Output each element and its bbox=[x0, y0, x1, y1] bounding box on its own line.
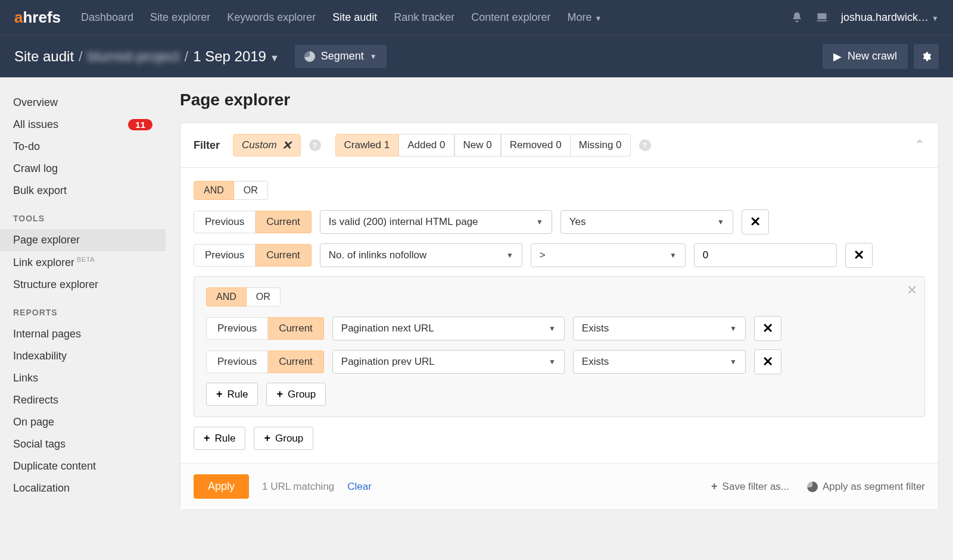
clear-link[interactable]: Clear bbox=[347, 481, 372, 493]
toggle-current[interactable]: Current bbox=[268, 351, 324, 373]
matching-count: 1 URL matching bbox=[262, 481, 334, 493]
sidebar-page-explorer[interactable]: Page explorer bbox=[0, 229, 166, 251]
sidebar-redirects[interactable]: Redirects bbox=[0, 389, 166, 411]
filter-panel: Filter Custom ✕ ? Crawled 1 Added 0 New … bbox=[180, 123, 939, 510]
nav-dashboard[interactable]: Dashboard bbox=[81, 11, 133, 24]
value-select[interactable]: Exists▼ bbox=[573, 317, 746, 340]
nav-site-explorer[interactable]: Site explorer bbox=[150, 11, 210, 24]
help-icon[interactable]: ? bbox=[639, 139, 651, 151]
page-title: Page explorer bbox=[180, 90, 939, 110]
bell-icon[interactable] bbox=[791, 11, 803, 23]
logic-and[interactable]: AND bbox=[194, 181, 234, 200]
remove-rule-button[interactable]: ✕ bbox=[742, 209, 769, 234]
logic-or[interactable]: OR bbox=[247, 287, 281, 306]
toggle-current[interactable]: Current bbox=[256, 244, 312, 267]
logic-toggle: AND OR bbox=[206, 287, 281, 306]
help-icon[interactable]: ? bbox=[309, 139, 321, 151]
plus-icon: + bbox=[276, 388, 283, 401]
field-select[interactable]: Pagination next URL▼ bbox=[332, 317, 565, 340]
nav-more[interactable]: More ▼ bbox=[567, 11, 602, 24]
value-input[interactable] bbox=[694, 243, 837, 267]
rule-row: Previous Current No. of inlinks nofollow… bbox=[194, 243, 925, 268]
prev-cur-toggle: Previous Current bbox=[194, 211, 312, 233]
panel-footer: Apply 1 URL matching Clear +Save filter … bbox=[180, 463, 938, 509]
toggle-previous[interactable]: Previous bbox=[194, 211, 256, 233]
add-group-button[interactable]: +Group bbox=[266, 383, 326, 406]
logic-toggle: AND OR bbox=[194, 181, 268, 200]
breadcrumb-date[interactable]: 1 Sep 2019▼ bbox=[193, 48, 279, 65]
sub-header: Site audit / blurred-project / 1 Sep 201… bbox=[0, 35, 953, 77]
sidebar-todo[interactable]: To-do bbox=[0, 136, 166, 158]
filter-body: AND OR Previous Current Is valid (200) i… bbox=[180, 168, 938, 463]
value-select[interactable]: Exists▼ bbox=[573, 350, 746, 374]
apply-segment-button[interactable]: Apply as segment filter bbox=[807, 481, 925, 493]
nav-links: Dashboard Site explorer Keywords explore… bbox=[81, 11, 602, 24]
sidebar-social-tags[interactable]: Social tags bbox=[0, 433, 166, 455]
segment-button[interactable]: Segment ▼ bbox=[295, 45, 387, 68]
settings-button[interactable] bbox=[914, 44, 939, 69]
nav-rank-tracker[interactable]: Rank tracker bbox=[394, 11, 454, 24]
tab-removed[interactable]: Removed 0 bbox=[501, 134, 571, 157]
close-icon[interactable]: ✕ bbox=[907, 283, 917, 298]
tab-crawled[interactable]: Crawled 1 bbox=[335, 134, 399, 157]
toggle-previous[interactable]: Previous bbox=[194, 244, 256, 267]
sidebar-links[interactable]: Links bbox=[0, 367, 166, 389]
nav-site-audit[interactable]: Site audit bbox=[332, 11, 377, 24]
close-icon[interactable]: ✕ bbox=[282, 139, 292, 151]
nav-keywords-explorer[interactable]: Keywords explorer bbox=[227, 11, 316, 24]
filter-header: Filter Custom ✕ ? Crawled 1 Added 0 New … bbox=[180, 123, 938, 168]
add-group-button[interactable]: +Group bbox=[254, 427, 313, 450]
remove-rule-button[interactable]: ✕ bbox=[754, 316, 781, 341]
tab-added[interactable]: Added 0 bbox=[398, 134, 454, 157]
sidebar-internal-pages[interactable]: Internal pages bbox=[0, 323, 166, 345]
sidebar-indexability[interactable]: Indexability bbox=[0, 345, 166, 367]
remove-rule-button[interactable]: ✕ bbox=[845, 243, 873, 268]
plus-icon: + bbox=[204, 432, 210, 445]
sidebar: Overview All issues 11 To-do Crawl log B… bbox=[0, 77, 166, 523]
sidebar-link-explorer[interactable]: Link explorerBETA bbox=[0, 251, 166, 274]
play-icon: ▶ bbox=[833, 50, 842, 63]
toggle-previous[interactable]: Previous bbox=[206, 317, 268, 340]
tab-missing[interactable]: Missing 0 bbox=[571, 134, 631, 157]
sidebar-localization[interactable]: Localization bbox=[0, 477, 166, 499]
breadcrumb-section[interactable]: Site audit bbox=[14, 48, 74, 65]
nav-content-explorer[interactable]: Content explorer bbox=[471, 11, 550, 24]
chevron-up-icon[interactable]: ⌃ bbox=[914, 137, 925, 153]
toggle-current[interactable]: Current bbox=[256, 211, 312, 233]
logo[interactable]: ahrefs bbox=[14, 8, 61, 27]
sidebar-duplicate-content[interactable]: Duplicate content bbox=[0, 455, 166, 477]
value-select[interactable]: Yes▼ bbox=[560, 210, 733, 234]
rule-group: ✕ AND OR Previous Current Pagination nex… bbox=[194, 276, 925, 417]
operator-select[interactable]: >▼ bbox=[531, 243, 686, 267]
add-rule-button[interactable]: +Rule bbox=[206, 383, 258, 406]
new-crawl-button[interactable]: ▶ New crawl bbox=[823, 44, 908, 69]
monitor-icon[interactable] bbox=[816, 11, 828, 23]
logic-and[interactable]: AND bbox=[206, 287, 247, 306]
tab-new[interactable]: New 0 bbox=[454, 134, 501, 157]
nav-right: joshua.hardwick… ▼ bbox=[791, 11, 939, 24]
logic-or[interactable]: OR bbox=[234, 181, 268, 200]
sidebar-on-page[interactable]: On page bbox=[0, 411, 166, 433]
rule-row: Previous Current Pagination prev URL▼ Ex… bbox=[206, 349, 912, 374]
save-filter-button[interactable]: +Save filter as... bbox=[711, 480, 789, 493]
sidebar-all-issues[interactable]: All issues 11 bbox=[0, 114, 166, 136]
sidebar-reports-head: REPORTS bbox=[0, 296, 166, 323]
remove-rule-button[interactable]: ✕ bbox=[754, 349, 781, 374]
apply-button[interactable]: Apply bbox=[194, 474, 249, 499]
sidebar-bulk-export[interactable]: Bulk export bbox=[0, 180, 166, 202]
field-select[interactable]: Pagination prev URL▼ bbox=[332, 350, 565, 374]
toggle-current[interactable]: Current bbox=[268, 317, 324, 340]
filter-custom-chip[interactable]: Custom ✕ bbox=[233, 134, 301, 157]
field-select[interactable]: No. of inlinks nofollow▼ bbox=[320, 243, 522, 267]
top-nav: ahrefs Dashboard Site explorer Keywords … bbox=[0, 0, 953, 35]
sidebar-overview[interactable]: Overview bbox=[0, 92, 166, 114]
sidebar-structure-explorer[interactable]: Structure explorer bbox=[0, 274, 166, 296]
field-select[interactable]: Is valid (200) internal HTML page▼ bbox=[320, 210, 552, 234]
sidebar-tools-head: TOOLS bbox=[0, 202, 166, 229]
user-menu[interactable]: joshua.hardwick… ▼ bbox=[841, 11, 939, 24]
add-rule-button[interactable]: +Rule bbox=[194, 427, 245, 450]
breadcrumb-project[interactable]: blurred-project bbox=[88, 48, 180, 65]
prev-cur-toggle: Previous Current bbox=[206, 317, 324, 340]
sidebar-crawl-log[interactable]: Crawl log bbox=[0, 158, 166, 180]
toggle-previous[interactable]: Previous bbox=[206, 351, 268, 373]
